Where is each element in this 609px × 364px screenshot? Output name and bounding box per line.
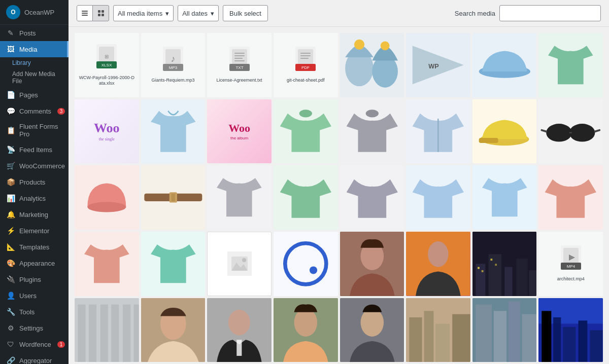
media-item-green-hoodie[interactable] [274, 99, 338, 164]
svg-rect-69 [476, 264, 485, 296]
sidebar-item-aggregator[interactable]: 🔗 Aggregator [0, 352, 69, 364]
sidebar-item-wordfence[interactable]: 🛡 Wordfence 1 [0, 336, 69, 352]
svg-rect-86 [100, 304, 108, 362]
mp4-icon: MP4 [561, 245, 581, 274]
media-item-man-graffiti[interactable] [406, 232, 470, 296]
media-item-pdf[interactable]: PDF git-cheat-sheet.pdf [274, 33, 338, 97]
media-item-glass-buildings[interactable] [472, 298, 537, 362]
media-item-woo-album[interactable]: Woo the album [207, 99, 272, 164]
media-item-yellow-cap[interactable] [472, 99, 537, 164]
sidebar-item-fluent[interactable]: 📋 Fluent Forms Pro [0, 119, 69, 141]
svg-rect-114 [579, 320, 588, 362]
sidebar-item-products[interactable]: 📦 Products [0, 174, 69, 190]
media-item-hat[interactable] [472, 33, 537, 97]
media-item-light-blue-hoodie[interactable] [406, 165, 470, 230]
svg-point-62 [285, 243, 326, 284]
sidebar-label-aggregator: Aggregator [19, 357, 52, 365]
date-filter-label: All dates [182, 10, 208, 17]
svg-rect-2 [82, 15, 88, 16]
sidebar-item-settings[interactable]: ⚙ Settings [0, 320, 69, 336]
sidebar-item-media[interactable]: 🖼 Media [0, 41, 69, 57]
sidebar-item-elementor[interactable]: ⚡ Elementor [0, 223, 69, 239]
media-item-circle-logo[interactable] [274, 232, 338, 296]
media-item-mp3[interactable]: ♪MP3 Giants-Requiem.mp3 [141, 33, 206, 97]
site-name: OceanWP [24, 9, 54, 16]
sidebar-item-woocommerce[interactable]: 🛒 WooCommerce [0, 158, 69, 174]
sidebar-item-analytics[interactable]: 📊 Analytics [0, 190, 69, 206]
posts-icon: ✎ [6, 28, 15, 38]
media-item-salmon-tshirt[interactable] [75, 232, 139, 296]
site-logo[interactable]: O OceanWP [0, 0, 69, 25]
sidebar-item-templates[interactable]: 📐 Templates [0, 239, 69, 255]
sidebar-label-products: Products [19, 178, 45, 186]
media-item-buildings[interactable] [406, 298, 470, 362]
media-item-txt[interactable]: TXT License-Agreement.txt [207, 33, 272, 97]
media-item-grey-hoodie-logo[interactable] [340, 165, 404, 230]
media-item-woo-single[interactable]: Woo the single [75, 99, 139, 164]
pdf-filename: git-cheat-sheet.pdf [287, 78, 325, 83]
sidebar-label-elementor: Elementor [19, 227, 49, 235]
media-item-blue-polo[interactable] [141, 99, 206, 164]
grid-view-button[interactable] [93, 5, 109, 21]
media-item-mp4[interactable]: MP4 architect.mp4 [538, 232, 603, 296]
txt-icon: TXT [229, 47, 250, 76]
sidebar-item-pages[interactable]: 📄 Pages [0, 87, 69, 103]
sidebar-item-tools[interactable]: 🔧 Tools [0, 304, 69, 320]
sidebar-item-plugins[interactable]: 🔌 Plugins [0, 271, 69, 287]
svg-rect-45 [479, 138, 498, 143]
sidebar-item-feed-items[interactable]: 📡 Feed Items [0, 141, 69, 158]
media-item-pennant[interactable]: WP [406, 33, 470, 97]
media-item-columns[interactable] [75, 298, 139, 362]
media-item-belt[interactable] [141, 165, 206, 230]
media-item-grey-hoodie[interactable] [340, 99, 404, 164]
media-item-hoodies[interactable] [340, 33, 404, 97]
svg-point-47 [569, 124, 595, 141]
media-item-xlsx[interactable]: ⊞XLSX WCW-Payroll-1996-2000-Data.xlsx [75, 33, 139, 97]
sidebar-item-marketing[interactable]: 🔔 Marketing [0, 206, 69, 223]
bulk-select-button[interactable]: Bulk select [223, 5, 268, 21]
sidebar-item-users[interactable]: 👤 Users [0, 287, 69, 304]
media-item-salmon-hoodie[interactable] [538, 165, 603, 230]
woo-icon: 🛒 [6, 161, 15, 170]
media-item-light-blue-tshirt[interactable] [472, 165, 537, 230]
sidebar-label-templates: Templates [19, 243, 49, 251]
media-item-green-tshirt[interactable] [538, 33, 603, 97]
xlsx-filename: WCW-Payroll-1996-2000-Data.xlsx [79, 75, 135, 86]
svg-rect-76 [490, 259, 492, 261]
svg-point-51 [87, 202, 126, 212]
media-item-grey-tshirt[interactable] [207, 165, 272, 230]
xlsx-icon: ⊞XLSX [96, 44, 117, 73]
svg-rect-1 [82, 13, 88, 14]
svg-rect-100 [409, 317, 422, 362]
date-filter-dropdown[interactable]: All dates ▾ [178, 5, 219, 21]
svg-point-96 [294, 308, 317, 337]
media-item-green-hoodie-2[interactable] [274, 165, 338, 230]
svg-rect-112 [553, 317, 561, 362]
media-item-woman-natural[interactable] [274, 298, 338, 362]
sidebar-sub-library[interactable]: Library [0, 57, 69, 68]
media-item-placeholder[interactable] [207, 232, 272, 296]
media-item-city-night[interactable] [472, 232, 537, 296]
svg-rect-0 [82, 11, 88, 12]
svg-rect-75 [481, 270, 483, 272]
sidebar-item-posts[interactable]: ✎ Posts [0, 25, 69, 41]
media-item-woman-smiling[interactable] [141, 298, 206, 362]
sidebar-item-appearance[interactable]: 🎨 Appearance [0, 255, 69, 271]
media-item-pink-beanie[interactable] [75, 165, 139, 230]
media-item-woman-portrait[interactable] [340, 232, 404, 296]
media-filter-dropdown[interactable]: All media items ▾ [113, 5, 174, 21]
media-item-teal-tshirt[interactable] [141, 232, 206, 296]
media-grid-container[interactable]: ⊞XLSX WCW-Payroll-1996-2000-Data.xlsx ♪M… [69, 27, 609, 364]
svg-point-93 [228, 309, 250, 335]
sidebar-sub-add-new[interactable]: Add New Media File [0, 68, 69, 87]
sidebar-item-comments[interactable]: 💬 Comments 3 [0, 103, 69, 119]
media-item-sunglasses[interactable] [538, 99, 603, 164]
sidebar-label-comments: Comments [19, 107, 51, 115]
media-item-man-laughing[interactable] [340, 298, 404, 362]
media-item-zip-hoodie[interactable] [406, 99, 470, 164]
list-view-button[interactable] [77, 5, 93, 21]
media-item-sunset-buildings[interactable] [538, 298, 603, 362]
logo-icon: O [6, 5, 20, 19]
media-item-man-tuxedo[interactable] [207, 298, 272, 362]
search-input[interactable] [499, 5, 601, 21]
